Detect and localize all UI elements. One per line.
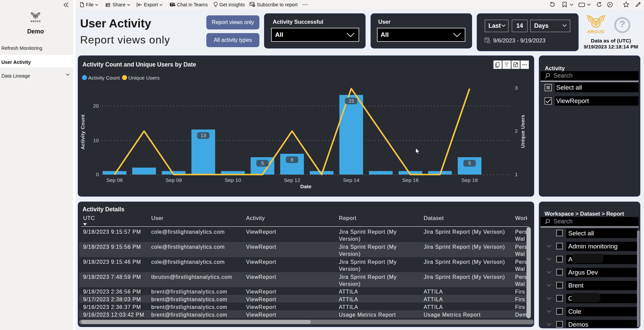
svg-text:Sep 10: Sep 10 bbox=[225, 177, 241, 183]
svg-text:Sep 06: Sep 06 bbox=[106, 177, 123, 183]
svg-text:5: 5 bbox=[468, 160, 471, 166]
svg-text:Sep 08: Sep 08 bbox=[166, 177, 182, 183]
svg-text:1: 1 bbox=[515, 172, 518, 177]
svg-text:20: 20 bbox=[93, 103, 99, 109]
svg-text:0: 0 bbox=[96, 172, 99, 177]
svg-text:ARGUS: ARGUS bbox=[587, 29, 604, 34]
svg-text:Activity Count: Activity Count bbox=[80, 114, 85, 149]
svg-text:13: 13 bbox=[201, 133, 206, 138]
svg-text:10: 10 bbox=[93, 137, 99, 143]
svg-text:3: 3 bbox=[515, 85, 518, 91]
svg-text:5: 5 bbox=[261, 160, 264, 166]
svg-text:T: T bbox=[171, 3, 173, 6]
svg-text:Date: Date bbox=[300, 184, 311, 189]
svg-text:2: 2 bbox=[515, 128, 518, 134]
svg-text:Sep 16: Sep 16 bbox=[402, 177, 419, 183]
svg-text:Sep 14: Sep 14 bbox=[343, 177, 360, 183]
svg-text:Activity Count and Unique User: Activity Count and Unique Users by Date bbox=[82, 61, 196, 68]
svg-text:Sep 12: Sep 12 bbox=[284, 177, 300, 183]
svg-text:Unique Users: Unique Users bbox=[520, 115, 525, 148]
svg-text:Sep 18: Sep 18 bbox=[461, 177, 478, 183]
svg-text:23: 23 bbox=[349, 98, 354, 104]
svg-text:6: 6 bbox=[291, 157, 293, 162]
svg-text:Activity Count: Activity Count bbox=[88, 75, 120, 81]
svg-text:Unique Users: Unique Users bbox=[128, 75, 160, 81]
